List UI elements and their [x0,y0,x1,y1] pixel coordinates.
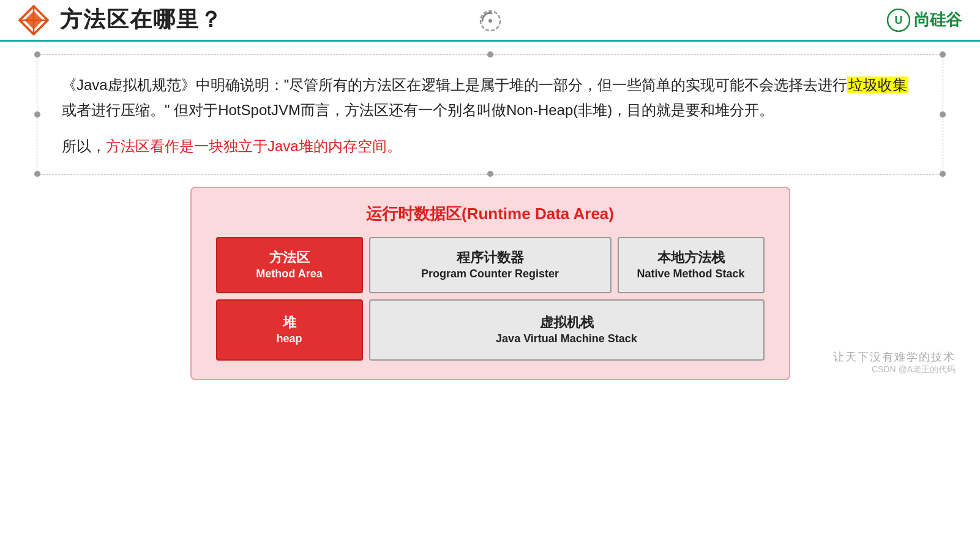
svg-point-6 [488,19,492,23]
header: 方法区在哪里？ U 尚硅谷 [0,0,980,42]
method-area-en: Method Area [256,267,322,281]
svg-text:U: U [895,14,903,26]
jvm-stack-cn: 虚拟机栈 [540,314,594,332]
corner-dot-br [940,171,946,177]
center-icon [477,8,503,36]
heap-cell: 堆 heap [216,299,363,361]
corner-dot-bc [487,171,493,177]
diagram-container: 运行时数据区(Runtime Data Area) 方法区 Method Are… [190,187,790,380]
page-title: 方法区在哪里？ [60,5,223,35]
jvm-stack-en: Java Virtual Machine Stack [496,332,637,346]
diagram-title: 运行时数据区(Runtime Data Area) [216,203,765,225]
paragraph-1: 《Java虚拟机规范》中明确说明："尽管所有的方法区在逻辑上是属于堆的一部分，但… [62,73,918,123]
counter-cn: 程序计数器 [457,249,524,267]
native-stack-cell: 本地方法栈 Native Method Stack [618,237,765,293]
paragraph-1-highlight: 垃圾收集 [847,77,908,93]
corner-dot-tc [487,51,493,58]
watermark-main: 让天下没有难学的技术 [833,350,956,364]
text-box: 《Java虚拟机规范》中明确说明："尽管所有的方法区在逻辑上是属于堆的一部分，但… [37,54,943,174]
corner-dot-bl [34,171,40,177]
logo-icon [18,5,49,36]
corner-dot-ml [34,111,40,118]
jvm-stack-cell: 虚拟机栈 Java Virtual Machine Stack [369,299,765,361]
cycle-icon [477,8,503,34]
watermark-sub: CSDN @A老王的代码 [833,364,956,375]
paragraph-1-part1: 《Java虚拟机规范》中明确说明："尽管所有的方法区在逻辑上是属于堆的一部分，但… [62,77,847,93]
watermark: 让天下没有难学的技术 CSDN @A老王的代码 [833,350,956,375]
main-content: 《Java虚拟机规范》中明确说明："尽管所有的方法区在逻辑上是属于堆的一部分，但… [0,42,980,392]
brand-text: 尚硅谷 [914,9,962,31]
brand: U 尚硅谷 [887,9,962,32]
counter-en: Program Counter Register [421,267,559,281]
corner-dot-tl [34,51,40,58]
native-cn: 本地方法栈 [657,249,725,267]
heap-cn: 堆 [283,314,296,332]
paragraph-2-red: 方法区看作是一块独立于Java堆的内存空间。 [106,138,402,154]
native-en: Native Method Stack [637,267,744,281]
method-area-cell: 方法区 Method Area [216,237,363,293]
heap-en: heap [276,332,302,346]
counter-cell: 程序计数器 Program Counter Register [369,237,612,293]
corner-dot-mr [940,111,946,118]
paragraph-1-part2: 或者进行压缩。" 但对于HotSpotJVM而言，方法区还有一个别名叫做Non-… [62,102,774,118]
method-area-cn: 方法区 [269,249,310,267]
brand-logo-icon: U [887,9,910,32]
corner-dot-tr [940,51,946,58]
paragraph-2: 所以，方法区看作是一块独立于Java堆的内存空间。 [62,134,918,159]
paragraph-2-prefix: 所以， [62,138,106,154]
